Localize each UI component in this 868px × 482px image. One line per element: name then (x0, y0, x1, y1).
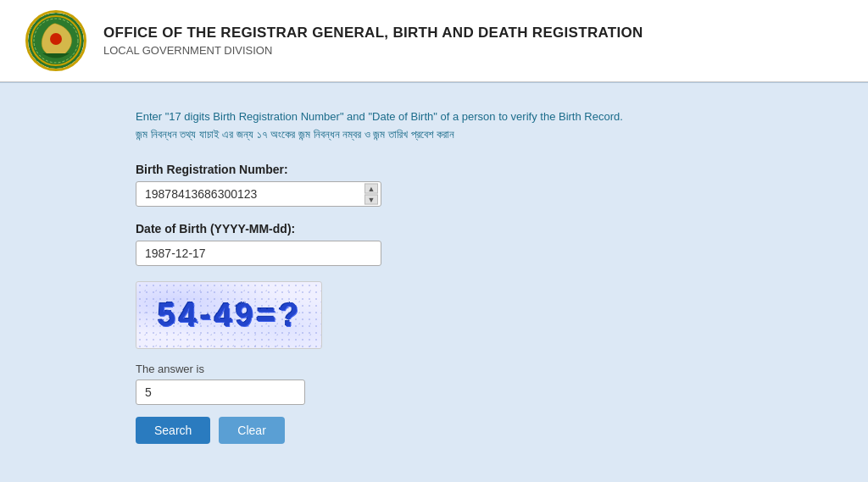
birth-reg-label: Birth Registration Number: (136, 163, 732, 176)
captcha-text: 54-49=? (157, 296, 302, 333)
answer-input[interactable] (136, 380, 305, 405)
spinner-down[interactable]: ▼ (364, 194, 378, 204)
clear-button[interactable]: Clear (219, 417, 284, 444)
instruction-line2: জন্ম নিবন্ধন তথ্য যাচাই এর জন্য ১৭ অংকের… (136, 126, 732, 144)
dob-input[interactable] (136, 241, 381, 266)
spinner-up[interactable]: ▲ (364, 183, 378, 193)
logo-inner (28, 13, 84, 69)
dob-group: Date of Birth (YYYY-MM-dd): (136, 222, 732, 266)
button-row: Search Clear (136, 417, 732, 444)
instruction-line1: Enter "17 digits Birth Registration Numb… (136, 108, 732, 126)
birth-reg-group: Birth Registration Number: ▲ ▼ (136, 163, 732, 207)
logo (25, 10, 86, 71)
header-subtitle: LOCAL GOVERNMENT DIVISION (103, 44, 643, 57)
answer-label: The answer is (136, 363, 732, 375)
main-content: Enter "17 digits Birth Registration Numb… (0, 83, 868, 469)
instruction-block: Enter "17 digits Birth Registration Numb… (136, 108, 732, 144)
birth-reg-wrapper: ▲ ▼ (136, 181, 381, 207)
search-button[interactable]: Search (136, 417, 210, 444)
birth-reg-input[interactable] (136, 181, 381, 207)
logo-svg (31, 15, 81, 66)
svg-point-2 (50, 33, 62, 45)
header: OFFICE OF THE REGISTRAR GENERAL, BIRTH A… (0, 0, 868, 82)
header-text: OFFICE OF THE REGISTRAR GENERAL, BIRTH A… (103, 25, 643, 57)
spinner-arrows: ▲ ▼ (364, 183, 378, 204)
header-title: OFFICE OF THE REGISTRAR GENERAL, BIRTH A… (103, 25, 643, 42)
captcha-container: 54-49=? (136, 281, 322, 349)
dob-label: Date of Birth (YYYY-MM-dd): (136, 222, 732, 235)
